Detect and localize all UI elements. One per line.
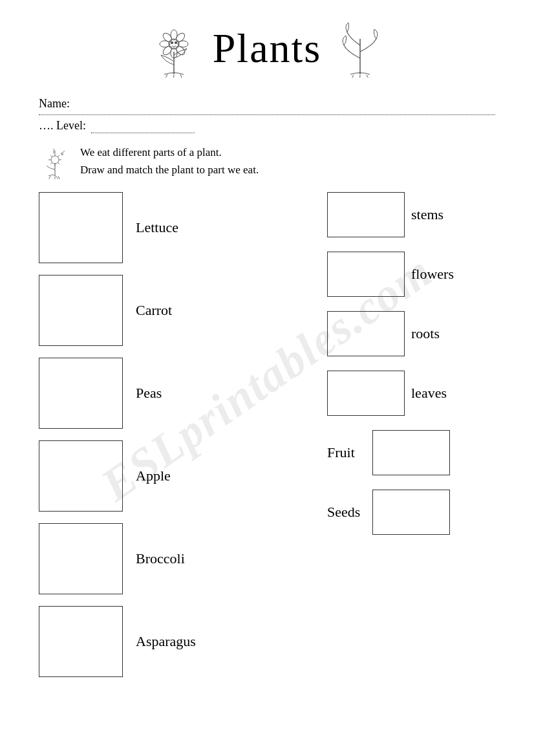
draw-box-broccoli bbox=[39, 523, 123, 594]
level-dots bbox=[91, 119, 195, 133]
svg-point-8 bbox=[162, 45, 173, 56]
name-line bbox=[39, 114, 495, 115]
part-item-fruit: Fruit bbox=[327, 430, 495, 475]
level-label: …. Level: bbox=[39, 119, 86, 132]
svg-point-25 bbox=[61, 153, 63, 155]
part-label-leaves: leaves bbox=[411, 385, 463, 402]
plants-column: Lettuce Carrot Peas Apple bbox=[39, 192, 233, 689]
svg-line-19 bbox=[50, 155, 52, 157]
name-section: Name: …. Level: bbox=[39, 97, 495, 133]
page-title: Plants bbox=[213, 25, 321, 72]
instruction-text: We eat different parts of a plant. Draw … bbox=[80, 144, 259, 178]
dandelion-icon bbox=[39, 144, 71, 179]
part-box-fruit bbox=[372, 430, 450, 475]
name-label: Name: bbox=[39, 97, 495, 111]
plant-label-broccoli: Broccoli bbox=[136, 550, 213, 567]
svg-line-26 bbox=[63, 151, 65, 153]
plant-row: Apple bbox=[39, 440, 233, 512]
part-label-fruit: Fruit bbox=[327, 444, 366, 461]
plant-label-carrot: Carrot bbox=[136, 302, 213, 319]
draw-box-carrot bbox=[39, 275, 123, 346]
part-item-roots: roots bbox=[327, 311, 495, 356]
draw-box-asparagus bbox=[39, 606, 123, 677]
instruction-line1: We eat different parts of a plant. bbox=[80, 144, 259, 161]
part-item-flowers: flowers bbox=[327, 252, 495, 297]
plant-row: Peas bbox=[39, 358, 233, 429]
instruction-line2: Draw and match the plant to part we eat. bbox=[80, 161, 259, 178]
exercise-area: Lettuce Carrot Peas Apple bbox=[39, 192, 495, 689]
page-header: Plants bbox=[39, 19, 495, 78]
flower-icon bbox=[148, 19, 200, 78]
svg-point-11 bbox=[175, 42, 176, 44]
draw-box-peas bbox=[39, 358, 123, 429]
part-box-seeds bbox=[372, 490, 450, 535]
plant-row: Broccoli bbox=[39, 523, 233, 594]
plant-icon bbox=[334, 19, 386, 78]
svg-point-23 bbox=[54, 151, 56, 153]
part-label-roots: roots bbox=[411, 325, 463, 342]
part-box-roots bbox=[327, 311, 405, 356]
plant-label-asparagus: Asparagus bbox=[136, 633, 213, 650]
part-item-seeds: Seeds bbox=[327, 490, 495, 535]
part-item-leaves: leaves bbox=[327, 371, 495, 416]
svg-point-9 bbox=[175, 45, 186, 56]
svg-line-21 bbox=[58, 155, 59, 157]
instruction-row: We eat different parts of a plant. Draw … bbox=[39, 144, 495, 179]
svg-line-22 bbox=[50, 162, 52, 164]
part-box-stems bbox=[327, 192, 405, 237]
plant-label-lettuce: Lettuce bbox=[136, 219, 213, 236]
draw-box-apple bbox=[39, 440, 123, 512]
plant-label-apple: Apple bbox=[136, 468, 213, 484]
plant-row: Asparagus bbox=[39, 606, 233, 677]
part-box-flowers bbox=[327, 252, 405, 297]
part-label-flowers: flowers bbox=[411, 266, 463, 283]
draw-box-lettuce bbox=[39, 192, 123, 263]
svg-point-10 bbox=[171, 42, 173, 44]
plant-row: Carrot bbox=[39, 275, 233, 346]
svg-line-20 bbox=[58, 162, 59, 164]
part-label-stems: stems bbox=[411, 206, 463, 223]
part-label-seeds: Seeds bbox=[327, 504, 366, 521]
part-box-leaves bbox=[327, 371, 405, 416]
plant-row: Lettuce bbox=[39, 192, 233, 263]
svg-line-24 bbox=[54, 149, 54, 151]
level-row: …. Level: bbox=[39, 119, 495, 133]
part-item-stems: stems bbox=[327, 192, 495, 237]
plant-label-peas: Peas bbox=[136, 385, 213, 402]
parts-column: stems flowers roots leaves bbox=[327, 192, 495, 689]
